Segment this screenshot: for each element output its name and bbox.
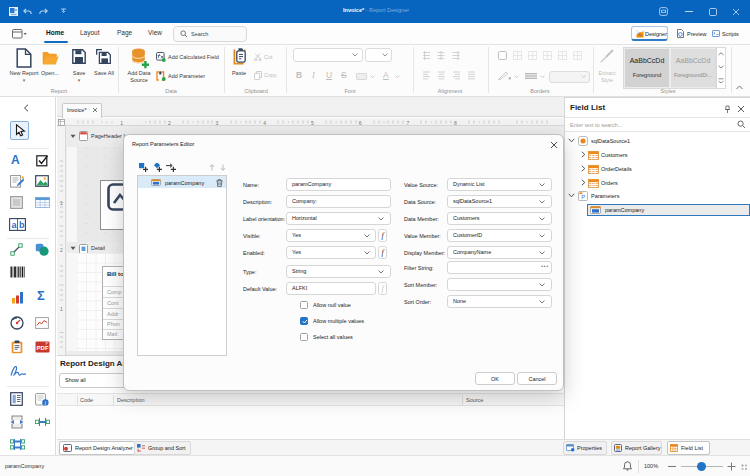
svg-text:4: 4 <box>263 120 266 126</box>
svg-text:PDF: PDF <box>37 345 49 351</box>
svg-text:2: 2 <box>60 247 63 253</box>
svg-text:1: 1 <box>120 120 123 126</box>
svg-text:P: P <box>581 194 585 200</box>
svg-text:3: 3 <box>216 120 219 126</box>
svg-text:7: 7 <box>406 120 409 126</box>
svg-text:5: 5 <box>311 120 314 126</box>
svg-text:2: 2 <box>168 120 171 126</box>
svg-text:1: 1 <box>60 200 63 206</box>
svg-text:6: 6 <box>359 120 362 126</box>
svg-text:1: 1 <box>60 306 63 312</box>
svg-text:8: 8 <box>454 120 457 126</box>
svg-text:b: b <box>19 220 25 230</box>
